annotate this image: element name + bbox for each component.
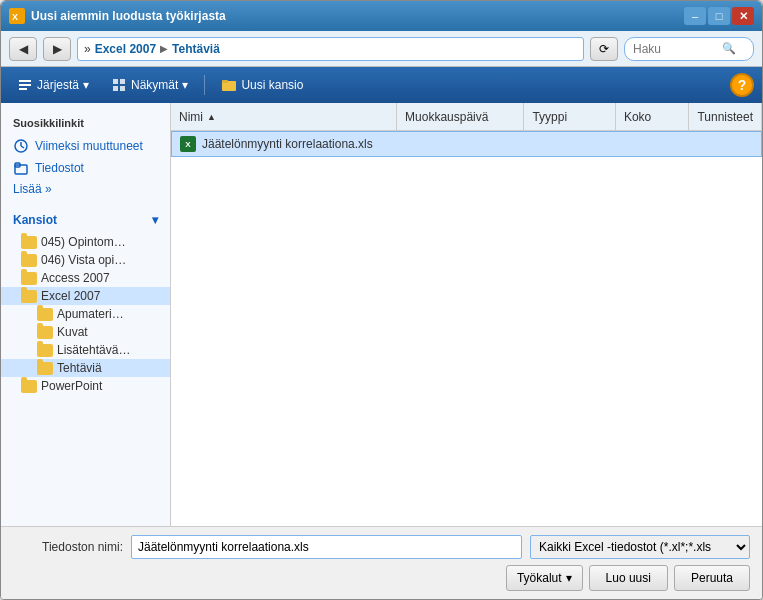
- main-window: X Uusi aiemmin luodusta työkirjasta – □ …: [0, 0, 763, 600]
- folder-icon-1: [21, 254, 37, 267]
- svg-rect-3: [19, 84, 31, 86]
- file-list-header: Nimi ▲ Muokkauspäivä Tyyppi Koko Tunnist…: [171, 103, 762, 131]
- folder-label-0: 045) Opintom…: [41, 235, 126, 249]
- minimize-button[interactable]: –: [684, 7, 706, 25]
- window-icon: X: [9, 8, 25, 24]
- title-bar: X Uusi aiemmin luodusta työkirjasta – □ …: [1, 1, 762, 31]
- filename-label: Tiedoston nimi:: [13, 540, 123, 554]
- excel-icon: X: [180, 136, 196, 152]
- file-name-cell: X Jäätelönmyynti korrelaationa.xls: [172, 132, 422, 156]
- col-header-size[interactable]: Koko: [616, 103, 690, 130]
- folder-icon-5: [37, 326, 53, 339]
- close-button[interactable]: ✕: [732, 7, 754, 25]
- col-name-label: Nimi: [179, 110, 203, 124]
- help-button[interactable]: ?: [730, 73, 754, 97]
- sidebar: Suosikkilinkit Viimeksi muuttuneet Tiedo…: [1, 103, 171, 526]
- col-date-label: Muokkauspäivä: [405, 110, 488, 124]
- address-path[interactable]: » Excel 2007 ▶ Tehtäviä: [77, 37, 584, 61]
- views-icon: [111, 77, 127, 93]
- new-folder-label: Uusi kansio: [241, 78, 303, 92]
- filetype-select[interactable]: Kaikki Excel -tiedostot (*.xl*;*.xls Exc…: [530, 535, 750, 559]
- window-title: Uusi aiemmin luodusta työkirjasta: [31, 9, 684, 23]
- refresh-button[interactable]: ⟳: [590, 37, 618, 61]
- folder-item-3[interactable]: Excel 2007: [1, 287, 170, 305]
- file-tags-cell: [742, 132, 761, 156]
- sidebar-more[interactable]: Lisää »: [1, 179, 170, 199]
- path-separator: »: [84, 42, 91, 56]
- file-size-cell: [662, 132, 742, 156]
- favorites-title: Suosikkilinkit: [1, 113, 170, 135]
- toolbar: Järjestä ▾ Näkymät ▾: [1, 67, 762, 103]
- views-arrow: ▾: [182, 78, 188, 92]
- maximize-button[interactable]: □: [708, 7, 730, 25]
- col-size-label: Koko: [624, 110, 651, 124]
- tools-label: Työkalut: [517, 571, 562, 585]
- folder-item-5[interactable]: Kuvat: [1, 323, 170, 341]
- window-controls: – □ ✕: [684, 7, 754, 25]
- address-bar: ◀ ▶ » Excel 2007 ▶ Tehtäviä ⟳ 🔍: [1, 31, 762, 67]
- search-input[interactable]: [633, 42, 718, 56]
- col-header-tags[interactable]: Tunnisteet: [689, 103, 762, 130]
- folder-item-1[interactable]: 046) Vista opi…: [1, 251, 170, 269]
- folder-icon-4: [37, 308, 53, 321]
- cancel-button[interactable]: Peruuta: [674, 565, 750, 591]
- search-box[interactable]: 🔍: [624, 37, 754, 61]
- filename-input[interactable]: [131, 535, 522, 559]
- help-label: ?: [738, 77, 747, 93]
- sidebar-link-files[interactable]: Tiedostot: [1, 157, 170, 179]
- filename-row: Tiedoston nimi: Kaikki Excel -tiedostot …: [13, 535, 750, 559]
- folder-item-2[interactable]: Access 2007: [1, 269, 170, 287]
- back-button[interactable]: ◀: [9, 37, 37, 61]
- toolbar-separator: [204, 75, 205, 95]
- views-button[interactable]: Näkymät ▾: [103, 72, 196, 98]
- bottom-bar: Tiedoston nimi: Kaikki Excel -tiedostot …: [1, 526, 762, 599]
- folders-arrow: ▾: [152, 213, 158, 227]
- open-button[interactable]: Luo uusi: [589, 565, 668, 591]
- folder-item-0[interactable]: 045) Opintom…: [1, 233, 170, 251]
- folder-label-2: Access 2007: [41, 271, 110, 285]
- folder-icon-8: [21, 380, 37, 393]
- new-folder-icon: [221, 77, 237, 93]
- views-label: Näkymät: [131, 78, 178, 92]
- file-list-body[interactable]: X Jäätelönmyynti korrelaationa.xls: [171, 131, 762, 526]
- folder-label-5: Kuvat: [57, 325, 88, 339]
- col-header-name[interactable]: Nimi ▲: [171, 103, 397, 130]
- folders-title[interactable]: Kansiot ▾: [1, 209, 170, 231]
- organize-icon: [17, 77, 33, 93]
- folder-item-4[interactable]: Apumateri…: [1, 305, 170, 323]
- col-tags-label: Tunnisteet: [697, 110, 753, 124]
- organize-button[interactable]: Järjestä ▾: [9, 72, 97, 98]
- svg-line-14: [21, 146, 24, 148]
- file-row[interactable]: X Jäätelönmyynti korrelaationa.xls: [171, 131, 762, 157]
- file-area: Nimi ▲ Muokkauspäivä Tyyppi Koko Tunnist…: [171, 103, 762, 526]
- cancel-label: Peruuta: [691, 571, 733, 585]
- sidebar-more-label: Lisää »: [13, 182, 52, 196]
- tools-button[interactable]: Työkalut ▾: [506, 565, 583, 591]
- folder-label-3: Excel 2007: [41, 289, 100, 303]
- path-part-2: Tehtäviä: [172, 42, 220, 56]
- new-folder-button[interactable]: Uusi kansio: [213, 72, 311, 98]
- bottom-btn-row: Työkalut ▾ Luo uusi Peruuta: [13, 565, 750, 591]
- folder-icon-3: [21, 290, 37, 303]
- folder-icon-7: [37, 362, 53, 375]
- forward-button[interactable]: ▶: [43, 37, 71, 61]
- organize-arrow: ▾: [83, 78, 89, 92]
- folder-icon-2: [21, 272, 37, 285]
- sidebar-link-recent[interactable]: Viimeksi muuttuneet: [1, 135, 170, 157]
- folder-icon-0: [21, 236, 37, 249]
- folder-label-8: PowerPoint: [41, 379, 102, 393]
- folder-tree[interactable]: 045) Opintom… 046) Vista opi… Access 200…: [1, 231, 170, 516]
- sidebar-link-recent-label: Viimeksi muuttuneet: [35, 139, 143, 153]
- svg-rect-7: [113, 86, 118, 91]
- tools-arrow: ▾: [566, 571, 572, 585]
- svg-rect-5: [113, 79, 118, 84]
- folder-label-6: Lisätehtävä…: [57, 343, 130, 357]
- folder-item-8[interactable]: PowerPoint: [1, 377, 170, 395]
- folder-item-7[interactable]: Tehtäviä: [1, 359, 170, 377]
- search-icon: 🔍: [722, 42, 736, 55]
- col-type-label: Tyyppi: [532, 110, 567, 124]
- folder-item-6[interactable]: Lisätehtävä…: [1, 341, 170, 359]
- file-name: Jäätelönmyynti korrelaationa.xls: [202, 137, 373, 151]
- col-header-type[interactable]: Tyyppi: [524, 103, 615, 130]
- col-header-date[interactable]: Muokkauspäivä: [397, 103, 524, 130]
